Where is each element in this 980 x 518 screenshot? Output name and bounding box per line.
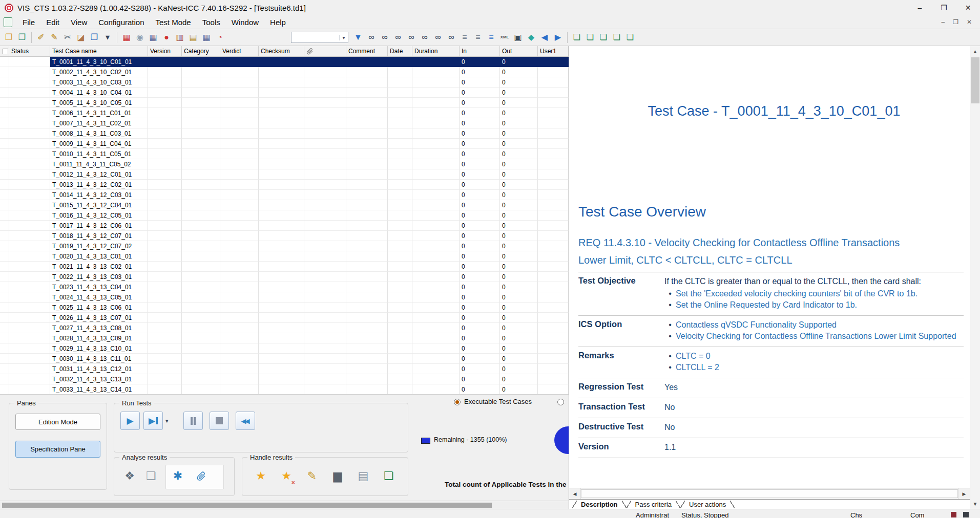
find-up-icon[interactable]: ∞ [431, 31, 445, 44]
paperclip-icon[interactable] [304, 46, 346, 56]
cell-out[interactable]: 0 [500, 333, 538, 343]
cell-category[interactable] [182, 374, 220, 384]
cell-verdict[interactable] [220, 272, 259, 282]
cell-comment[interactable] [346, 364, 388, 374]
cell-duration[interactable] [412, 231, 460, 241]
film-icon[interactable]: ▦ [147, 31, 160, 44]
mdi-minimize-button[interactable]: – [941, 18, 945, 26]
cell-attach[interactable] [304, 169, 346, 180]
cell-in[interactable]: 0 [460, 262, 500, 272]
cell-date[interactable] [388, 180, 412, 190]
cell-comment[interactable] [346, 231, 388, 241]
cell-expand[interactable] [0, 323, 9, 333]
cell-name[interactable]: T_0028_11_4_3_13_C09_01 [50, 333, 148, 343]
cell-duration[interactable] [412, 88, 460, 98]
clipboard-icon[interactable]: ▤ [186, 31, 200, 44]
cell-status[interactable] [9, 159, 50, 169]
cell-duration[interactable] [412, 159, 460, 169]
column-header-category[interactable]: Category [182, 46, 220, 56]
vertical-scrollbar-thumb[interactable] [971, 57, 979, 103]
cell-verdict[interactable] [220, 313, 259, 323]
cell-comment[interactable] [346, 333, 388, 343]
list-alt-icon[interactable]: ≡ [471, 31, 485, 44]
cell-verdict[interactable] [220, 354, 259, 364]
cell-checksum[interactable] [259, 323, 304, 333]
cell-date[interactable] [388, 67, 412, 77]
column-header-duration[interactable]: Duration [412, 46, 460, 56]
cell-expand[interactable] [0, 364, 9, 374]
analyse-results-icon[interactable]: ❖ [120, 467, 139, 485]
cell-comment[interactable] [346, 108, 388, 118]
cell-status[interactable] [9, 88, 50, 98]
cell-checksum[interactable] [259, 303, 304, 313]
result-log-2-icon[interactable]: ❏ [583, 31, 597, 44]
cell-status[interactable] [9, 190, 50, 200]
cell-date[interactable] [388, 282, 412, 292]
cell-comment[interactable] [346, 180, 388, 190]
cell-date[interactable] [388, 354, 412, 364]
cell-version[interactable] [148, 57, 182, 67]
cell-in[interactable]: 0 [460, 354, 500, 364]
cell-date[interactable] [388, 149, 412, 159]
cell-name[interactable]: T_0004_11_4_3_10_C04_01 [50, 88, 148, 98]
cell-user1[interactable] [538, 333, 569, 343]
chevron-down-icon[interactable]: ▾ [339, 35, 348, 40]
test-case-row[interactable]: T_0028_11_4_3_13_C09_0100 [0, 333, 569, 343]
cell-version[interactable] [148, 118, 182, 128]
cell-checksum[interactable] [259, 57, 304, 67]
cell-status[interactable] [9, 139, 50, 149]
test-case-row[interactable]: T_0009_11_4_3_11_C04_0100 [0, 139, 569, 149]
library-dropdown-icon[interactable]: ▾ [101, 31, 114, 44]
cell-duration[interactable] [412, 139, 460, 149]
cell-category[interactable] [182, 241, 220, 251]
cell-in[interactable]: 0 [460, 241, 500, 251]
cell-expand[interactable] [0, 57, 9, 67]
cell-duration[interactable] [412, 57, 460, 67]
cell-status[interactable] [9, 241, 50, 251]
cell-date[interactable] [388, 251, 412, 262]
tab-pass-criteria[interactable]: Pass criteria [631, 501, 676, 508]
cell-expand[interactable] [0, 221, 9, 231]
cell-attach[interactable] [304, 118, 346, 128]
cell-name[interactable]: T_0016_11_4_3_12_C05_01 [50, 210, 148, 221]
cell-name[interactable]: T_0015_11_4_3_12_C04_01 [50, 200, 148, 210]
restore-button[interactable]: ❐ [932, 0, 956, 15]
cell-verdict[interactable] [220, 169, 259, 180]
test-case-row[interactable]: T_0008_11_4_3_11_C03_0100 [0, 128, 569, 139]
cell-category[interactable] [182, 190, 220, 200]
cell-user1[interactable] [538, 180, 569, 190]
cell-user1[interactable] [538, 374, 569, 384]
result-log-4-icon[interactable]: ❏ [610, 31, 623, 44]
cell-attach[interactable] [304, 98, 346, 108]
cell-category[interactable] [182, 169, 220, 180]
cell-name[interactable]: T_0003_11_4_3_10_C03_01 [50, 77, 148, 88]
cell-duration[interactable] [412, 200, 460, 210]
cell-name[interactable]: T_0009_11_4_3_11_C04_01 [50, 139, 148, 149]
wand-icon[interactable]: ✐ [34, 31, 48, 44]
cell-checksum[interactable] [259, 159, 304, 169]
cell-category[interactable] [182, 67, 220, 77]
cell-status[interactable] [9, 384, 50, 395]
cell-duration[interactable] [412, 262, 460, 272]
cell-expand[interactable] [0, 169, 9, 180]
test-case-row[interactable]: T_0014_11_4_3_12_C03_0100 [0, 190, 569, 200]
cell-expand[interactable] [0, 77, 9, 88]
cell-expand[interactable] [0, 384, 9, 395]
scroll-up-arrow-icon[interactable]: ▲ [970, 46, 980, 56]
cell-verdict[interactable] [220, 57, 259, 67]
cell-in[interactable]: 0 [460, 190, 500, 200]
cell-in[interactable]: 0 [460, 77, 500, 88]
edition-mode-button[interactable]: Edition Mode [15, 414, 100, 430]
cell-user1[interactable] [538, 384, 569, 395]
cell-attach[interactable] [304, 313, 346, 323]
cell-user1[interactable] [538, 231, 569, 241]
cell-duration[interactable] [412, 67, 460, 77]
cell-checksum[interactable] [259, 374, 304, 384]
cell-out[interactable]: 0 [500, 98, 538, 108]
column-header-in[interactable]: In [460, 46, 500, 56]
test-case-row[interactable]: T_0010_11_4_3_11_C05_0100 [0, 149, 569, 159]
cut-icon[interactable]: ✂ [61, 31, 74, 44]
cell-duration[interactable] [412, 251, 460, 262]
test-case-row[interactable]: T_0004_11_4_3_10_C04_0100 [0, 88, 569, 98]
cell-out[interactable]: 0 [500, 354, 538, 364]
